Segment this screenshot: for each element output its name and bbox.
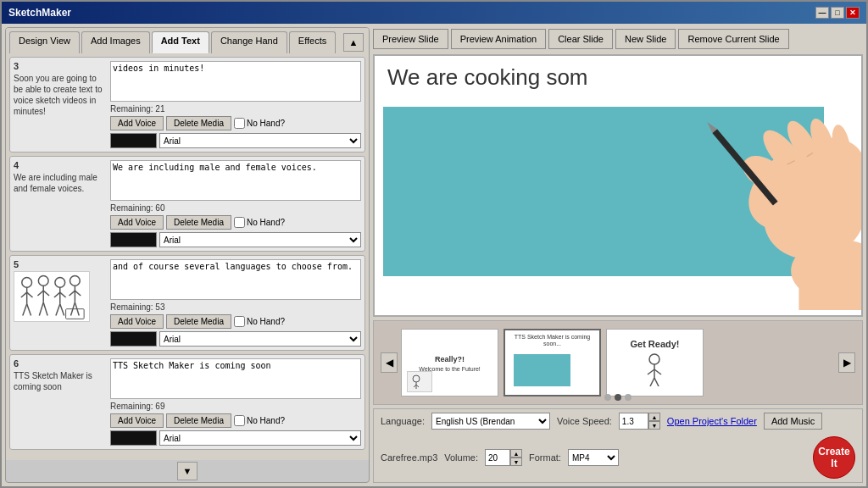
no-hand-checkbox-3[interactable] <box>234 118 245 129</box>
svg-line-17 <box>60 304 64 316</box>
svg-line-14 <box>54 292 60 297</box>
slide-textarea-4[interactable]: We are including male and female voices. <box>110 160 361 201</box>
thumb-nav-left[interactable]: ◀ <box>381 352 398 373</box>
slides-list[interactable]: 3 Soon you are going to be able to creat… <box>6 53 369 460</box>
hand-pen-image <box>641 90 863 310</box>
slide-textarea-3[interactable]: videos in minutes! <box>110 61 361 102</box>
svg-rect-36 <box>798 247 861 310</box>
svg-rect-24 <box>66 309 85 319</box>
slide-left-4: 4 We are including male and female voice… <box>14 160 107 247</box>
font-select-3[interactable]: Arial <box>159 133 361 148</box>
svg-line-47 <box>650 378 654 386</box>
close-button[interactable]: ✕ <box>846 7 860 19</box>
format-label: Format: <box>529 452 561 463</box>
dot-3 <box>625 394 632 401</box>
svg-line-16 <box>56 304 60 316</box>
add-voice-button-4[interactable]: Add Voice <box>110 215 164 230</box>
open-folder-link[interactable]: Open Project's Folder <box>667 416 757 426</box>
scroll-down-button[interactable]: ▼ <box>177 462 198 480</box>
minimize-button[interactable]: — <box>815 7 829 19</box>
volume-spinner: ▲ ▼ <box>485 449 522 466</box>
slide-textarea-6[interactable]: TTS Sketch Maker is coming soon <box>110 358 361 399</box>
svg-line-48 <box>654 378 659 386</box>
clear-slide-button[interactable]: Clear Slide <box>548 29 613 49</box>
color-box-4[interactable] <box>110 232 157 247</box>
window-title: SketchMaker <box>8 7 71 19</box>
no-hand-label-6[interactable]: No Hand? <box>234 415 285 426</box>
svg-line-45 <box>648 369 654 374</box>
preview-slide-button[interactable]: Preview Slide <box>373 29 448 49</box>
svg-point-0 <box>22 278 32 288</box>
dot-1 <box>604 394 611 401</box>
font-select-6[interactable]: Arial <box>159 430 361 446</box>
thumb-nav-right[interactable]: ▶ <box>838 352 855 373</box>
remove-slide-button[interactable]: Remove Current Slide <box>678 29 788 49</box>
voice-speed-up[interactable]: ▲ <box>648 413 660 421</box>
volume-down[interactable]: ▼ <box>510 458 522 466</box>
voice-speed-down[interactable]: ▼ <box>648 421 660 430</box>
maximize-button[interactable]: □ <box>831 7 844 19</box>
no-hand-checkbox-4[interactable] <box>234 217 245 228</box>
svg-line-9 <box>43 291 49 296</box>
slide-remaining-4: Remaining: 60 <box>110 203 361 213</box>
slide-remaining-6: Remaining: 69 <box>110 402 361 411</box>
slide-remaining-3: Remaining: 21 <box>110 104 361 114</box>
thumbnail-item-2[interactable]: TTS Sketch Maker is coming soon... <box>504 329 601 396</box>
no-hand-checkbox-5[interactable] <box>234 316 245 327</box>
slide-item-3: 3 Soon you are going to be able to creat… <box>9 57 365 152</box>
dot-2 <box>615 394 621 401</box>
people-sketch-icon <box>14 272 89 321</box>
slide-right-5: and of course several languages to choos… <box>110 259 361 347</box>
svg-line-5 <box>27 304 31 316</box>
language-select[interactable]: English US (Brendan <box>431 413 550 430</box>
title-bar-buttons: — □ ✕ <box>815 7 860 19</box>
delete-media-button-3[interactable]: Delete Media <box>166 116 231 130</box>
main-window: SketchMaker — □ ✕ Design View Add Images… <box>0 0 868 488</box>
new-slide-button[interactable]: New Slide <box>615 29 676 49</box>
add-music-button[interactable]: Add Music <box>764 413 822 430</box>
preview-animation-button[interactable]: Preview Animation <box>451 29 547 49</box>
no-hand-label-5[interactable]: No Hand? <box>234 316 285 327</box>
volume-input[interactable] <box>485 449 510 466</box>
svg-line-10 <box>39 302 43 316</box>
scroll-up-button[interactable]: ▲ <box>343 33 364 52</box>
left-panel: Design View Add Images Add Text Change H… <box>5 27 370 483</box>
no-hand-checkbox-6[interactable] <box>234 415 245 426</box>
format-select[interactable]: MP4 <box>568 449 619 466</box>
svg-point-39 <box>413 375 420 382</box>
tab-add-text[interactable]: Add Text <box>152 31 209 53</box>
svg-line-46 <box>654 369 661 374</box>
svg-line-2 <box>21 292 27 297</box>
tab-add-images[interactable]: Add Images <box>81 31 150 53</box>
slide-right-6: TTS Sketch Maker is coming soon Remainin… <box>110 358 361 446</box>
font-select-5[interactable]: Arial <box>159 331 361 347</box>
svg-line-3 <box>27 292 33 297</box>
add-voice-button-6[interactable]: Add Voice <box>110 413 164 428</box>
volume-spinner-btns: ▲ ▼ <box>510 449 522 466</box>
font-select-4[interactable]: Arial <box>159 232 361 247</box>
no-hand-label-3[interactable]: No Hand? <box>234 118 285 129</box>
volume-label: Volume: <box>444 452 478 463</box>
create-it-button[interactable]: Create It <box>813 436 855 479</box>
volume-up[interactable]: ▲ <box>510 449 522 458</box>
tab-change-hand[interactable]: Change Hand <box>211 31 287 53</box>
slide-textarea-5[interactable]: and of course several languages to choos… <box>110 259 361 300</box>
tab-design-view[interactable]: Design View <box>9 31 80 53</box>
svg-line-11 <box>43 302 47 316</box>
slide-left-5: 5 <box>14 259 107 347</box>
delete-media-button-4[interactable]: Delete Media <box>166 215 231 230</box>
slide-number-4: 4 <box>14 160 107 170</box>
color-box-3[interactable] <box>110 133 157 148</box>
thumbnail-item-3[interactable]: Get Ready! <box>606 329 704 396</box>
delete-media-button-6[interactable]: Delete Media <box>166 413 231 428</box>
voice-speed-input[interactable] <box>619 413 648 430</box>
color-box-6[interactable] <box>110 430 157 446</box>
add-voice-button-3[interactable]: Add Voice <box>110 116 164 130</box>
thumbnail-item-1[interactable]: Really?! Welcome to the Future! <box>401 329 498 396</box>
color-box-5[interactable] <box>110 331 157 347</box>
tab-effects[interactable]: Effects <box>289 31 336 53</box>
bottom-bar: Language: English US (Brendan Voice Spee… <box>373 408 863 483</box>
no-hand-label-4[interactable]: No Hand? <box>234 217 285 228</box>
delete-media-button-5[interactable]: Delete Media <box>166 314 231 329</box>
add-voice-button-5[interactable]: Add Voice <box>110 314 164 329</box>
